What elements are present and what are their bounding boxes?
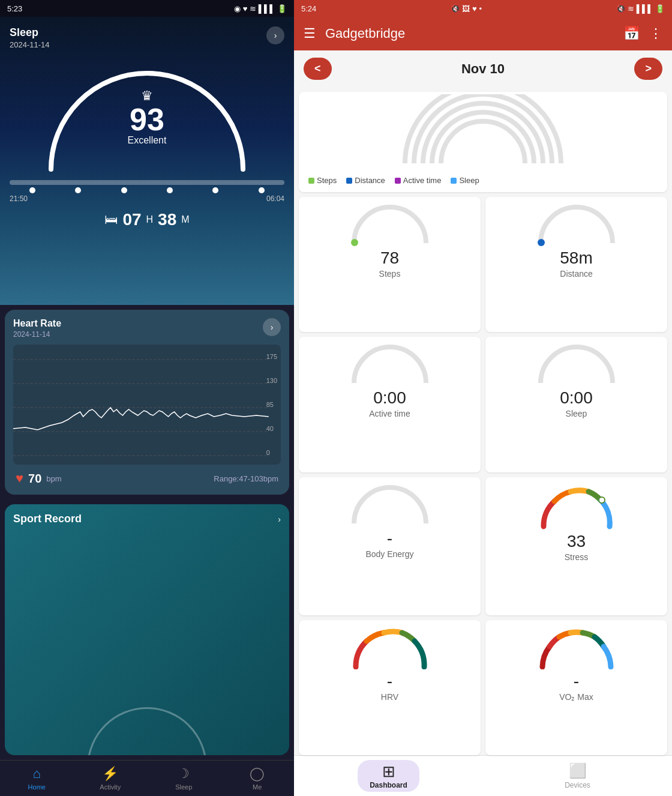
sleep-minutes-unit: M (181, 214, 189, 225)
sport-title: Sport Record (13, 513, 82, 525)
right-status-bar: 5:24 🔇 🖼 ♥ • 🔇 ≋ ▌▌▌ 🔋 (294, 0, 672, 17)
left-status-bar: 5:23 ◉ ♥ ≋ ▌▌▌ 🔋 (0, 0, 294, 17)
heart-rate-card: Heart Rate 2024-11-14 › 175 130 85 40 (5, 310, 289, 495)
hr-label-40: 40 (266, 425, 277, 432)
nav-label-home: Home (28, 783, 46, 791)
stress-label: Stress (565, 552, 589, 562)
right-panel: 5:24 🔇 🖼 ♥ • 🔇 ≋ ▌▌▌ 🔋 ☰ Gadgetbridge 📅 … (294, 0, 672, 796)
prev-date-button[interactable]: < (304, 58, 332, 80)
devices-icon: ⬜ (569, 762, 587, 779)
hr-label-85: 85 (266, 401, 277, 408)
steps-label: Steps (379, 269, 401, 279)
distance-label: Distance (560, 269, 592, 279)
steps-dot (351, 239, 358, 246)
nav-item-me[interactable]: ◯ Me (221, 761, 295, 796)
nav-item-home[interactable]: ⌂ Home (0, 761, 74, 796)
nav-label-me: Me (253, 783, 262, 791)
vo2max-value: - (574, 672, 579, 691)
activity-chart-area (308, 99, 658, 171)
right-time: 5:24 (301, 4, 316, 13)
heart-chart-labels: 175 130 85 40 0 (266, 345, 277, 465)
left-panel: 5:23 ◉ ♥ ≋ ▌▌▌ 🔋 Sleep 2024-11-14 › ♛ 93… (0, 0, 294, 796)
steps-legend-dot (308, 178, 314, 184)
nav-item-sleep[interactable]: ☽ Sleep (147, 761, 221, 796)
hrv-label: HRV (381, 692, 398, 702)
heart-bpm-section: ♥ 70 bpm Range:47-103bpm (13, 471, 281, 486)
current-date: Nov 10 (461, 61, 505, 77)
sport-arrow[interactable]: › (278, 514, 281, 524)
date-navigation: < Nov 10 > (294, 50, 672, 87)
heart-range: Range:47-103bpm (214, 474, 278, 483)
sleep-score: ♛ 93 Excellent (128, 88, 167, 146)
sleep-arrow-button[interactable]: › (266, 26, 284, 44)
right-status-icons: 🔇 🖼 ♥ • (451, 4, 482, 13)
stats-grid: 78 Steps 58m Distance 0:00 Active time (294, 197, 672, 755)
sleep-time-bar: 21:50 06:04 (10, 180, 284, 203)
app-title: Gadgetbridge (325, 26, 405, 41)
nav-item-activity[interactable]: ⚡ Activity (74, 761, 148, 796)
activity-icon: ⚡ (102, 766, 118, 782)
app-header: ☰ Gadgetbridge 📅 ⋮ (294, 17, 672, 50)
heart-rate-date: 2024-11-14 (13, 330, 61, 339)
steps-value: 78 (380, 249, 399, 268)
sleep-score-number: 93 (128, 104, 167, 135)
nav-label-sleep: Sleep (175, 783, 192, 791)
sport-bg-circle (87, 707, 207, 755)
left-status-icons: ◉ ♥ ≋ ▌▌▌ 🔋 (234, 4, 287, 13)
right-bottom-nav: ⊞ Dashboard ⬜ Devices (294, 755, 672, 796)
sport-record-card: Sport Record › (5, 504, 289, 755)
left-time: 5:23 (7, 4, 22, 13)
distance-dot (538, 239, 545, 246)
sleep-legend-dot (451, 178, 457, 184)
right-status-icons2: 🔇 ≋ ▌▌▌ 🔋 (616, 4, 665, 13)
svg-point-5 (599, 497, 605, 503)
sleep-stat-label: Sleep (566, 409, 587, 418)
legend-steps: Steps (308, 176, 337, 185)
activity-overview-card: Steps Distance Active time Sleep (299, 92, 667, 192)
stress-card: 33 Stress (485, 477, 667, 615)
heart-rate-chart: 175 130 85 40 0 (13, 345, 281, 465)
dashboard-icon: ⊞ (382, 762, 395, 781)
legend-sleep-label: Sleep (459, 176, 479, 185)
legend-distance: Distance (346, 176, 385, 185)
me-icon: ◯ (250, 766, 265, 782)
bed-icon: 🛏 (104, 212, 118, 228)
nav-devices[interactable]: ⬜ Devices (483, 756, 672, 796)
legend-steps-label: Steps (317, 176, 337, 185)
heart-bpm-value: 70 (28, 472, 41, 486)
vo2max-card: - VO₂ Max (485, 620, 667, 755)
more-options-icon[interactable]: ⋮ (649, 26, 662, 41)
calendar-icon[interactable]: 📅 (623, 26, 640, 41)
activity-legend: Steps Distance Active time Sleep (308, 176, 658, 185)
heart-rate-title: Heart Rate (13, 318, 61, 329)
body-energy-label: Body Energy (365, 549, 413, 559)
distance-legend-dot (346, 178, 352, 184)
bpm-unit: bpm (46, 474, 61, 483)
hamburger-menu-button[interactable]: ☰ (304, 26, 316, 41)
legend-active-time-label: Active time (403, 176, 442, 185)
sleep-stat-value: 0:00 (560, 388, 593, 408)
nav-label-devices: Devices (565, 781, 590, 789)
sleep-card: Sleep 2024-11-14 › ♛ 93 Excellent (0, 17, 294, 305)
steps-card: 78 Steps (299, 197, 481, 332)
legend-active-time: Active time (395, 176, 442, 185)
nav-dashboard[interactable]: ⊞ Dashboard (294, 756, 483, 796)
sleep-stat-card: 0:00 Sleep (485, 337, 667, 472)
legend-distance-label: Distance (355, 176, 385, 185)
hr-label-175: 175 (266, 353, 277, 360)
hr-label-0: 0 (266, 449, 277, 456)
stress-value: 33 (567, 532, 586, 551)
distance-card: 58m Distance (485, 197, 667, 332)
sleep-hours-unit: H (146, 214, 154, 225)
hr-label-130: 130 (266, 377, 277, 384)
vo2max-label: VO₂ Max (559, 692, 593, 702)
next-date-button[interactable]: > (634, 58, 662, 80)
sleep-score-label: Excellent (128, 135, 167, 146)
heart-icon: ♥ (16, 471, 23, 486)
heart-rate-arrow-button[interactable]: › (263, 318, 281, 336)
body-energy-value: - (387, 529, 392, 548)
active-time-legend-dot (395, 178, 401, 184)
sleep-minutes: 38 (158, 210, 176, 229)
left-bottom-nav: ⌂ Home ⚡ Activity ☽ Sleep ◯ Me (0, 760, 294, 796)
sleep-title: Sleep (10, 26, 50, 39)
